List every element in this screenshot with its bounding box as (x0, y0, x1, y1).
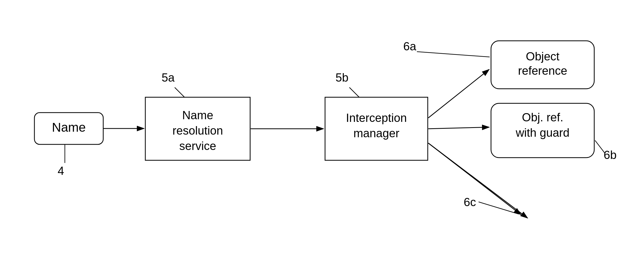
label-4: 4 (58, 164, 64, 177)
diagram-container: Name Name resolution service Interceptio… (0, 0, 644, 266)
objref-label-line1: Object (526, 50, 559, 63)
leader-5b (349, 87, 360, 98)
label-6c: 6c (464, 196, 476, 209)
leader-6a (417, 52, 490, 57)
name-label: Name (52, 120, 86, 134)
label-6b: 6b (604, 148, 617, 161)
im-label-line2: manager (353, 127, 399, 140)
nrs-label-line2: resolution (173, 124, 223, 137)
nrs-label-line1: Name (182, 109, 213, 122)
objrefguard-label-line2: with guard (515, 126, 569, 139)
im-label-line1: Interception (346, 111, 407, 124)
label-5a: 5a (162, 71, 175, 84)
leader-5a (175, 87, 185, 98)
label-5b: 5b (336, 71, 349, 84)
arrow-im-to-objref (428, 69, 489, 118)
nrs-label-line3: service (179, 139, 216, 152)
label-6a: 6a (403, 40, 416, 53)
objrefguard-label-line1: Obj. ref. (522, 111, 564, 124)
leader-6b (595, 140, 605, 153)
arrow-im-to-objrefguard (428, 127, 489, 129)
objref-label-line2: reference (518, 64, 567, 77)
